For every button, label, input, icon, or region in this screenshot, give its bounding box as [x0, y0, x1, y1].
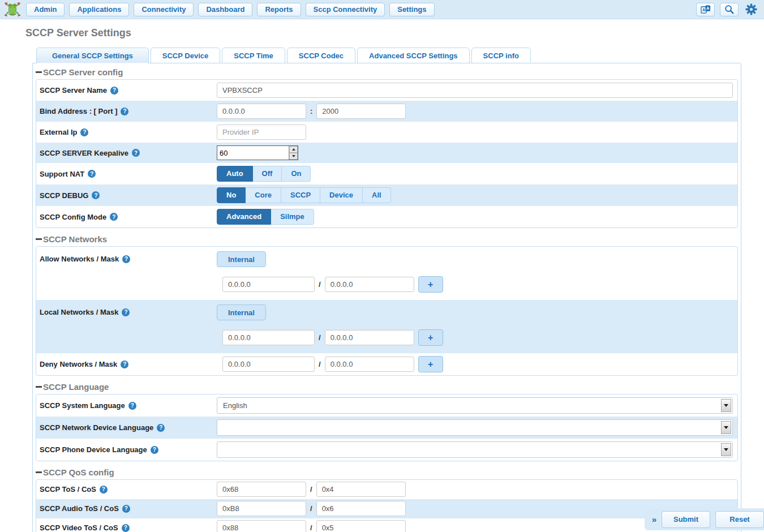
debug-device-button[interactable]: Device — [320, 187, 363, 203]
field-control: Auto Off On — [217, 166, 733, 182]
sccp-debug-button-group: No Core SCCP Device All — [217, 187, 391, 203]
nat-on-button[interactable]: On — [282, 166, 311, 182]
cos-input[interactable] — [316, 482, 406, 497]
bind-address-input[interactable] — [217, 104, 306, 119]
local-add-network-button[interactable]: + — [418, 329, 443, 346]
mode-simple-button[interactable]: Silmpe — [271, 209, 314, 225]
tab-sccp-device[interactable]: SCCP Device — [151, 48, 220, 63]
audio-tos-input[interactable] — [217, 501, 306, 516]
nav-item-sccp-connectivity[interactable]: Sccp Connectivity — [306, 3, 385, 16]
mode-advanced-button[interactable]: Advanced — [217, 209, 271, 225]
search-icon[interactable] — [720, 3, 739, 16]
section-header-networks[interactable]: SCCP Networks — [36, 231, 738, 246]
network-device-language-select[interactable] — [217, 419, 733, 436]
nav-item-applications[interactable]: Applications — [69, 3, 129, 16]
reset-button[interactable]: Reset — [715, 511, 764, 528]
deny-add-network-button[interactable]: + — [418, 356, 443, 372]
local-network-input[interactable] — [222, 330, 315, 345]
form-row-network-device-language: SCCP Network Device Language ? — [36, 417, 737, 439]
external-ip-input[interactable] — [217, 125, 306, 140]
form-row-support-nat: Support NAT ? Auto Off On — [36, 163, 737, 185]
submit-button[interactable]: Submit — [662, 511, 710, 528]
frog-logo-svg — [4, 2, 21, 16]
section-header-qos[interactable]: SCCP QoS config — [36, 465, 738, 479]
gear-icon[interactable] — [744, 2, 758, 17]
help-icon[interactable]: ? — [121, 108, 128, 115]
collapse-chevron-icon[interactable]: » — [652, 514, 656, 524]
translate-icon[interactable]: A — [696, 3, 715, 16]
fieldset-language: SCCP System Language ? English SCCP Netw… — [36, 394, 738, 461]
help-icon[interactable]: ? — [157, 424, 165, 432]
nav-item-reports[interactable]: Reports — [257, 3, 301, 16]
section-header-server-config[interactable]: SCCP Server config — [36, 65, 738, 79]
video-tos-input[interactable] — [217, 520, 306, 532]
tab-content-panel: SCCP Server config SCCP Server Name ? Bi… — [32, 63, 741, 532]
debug-no-button[interactable]: No — [217, 187, 246, 203]
keepalive-input[interactable] — [217, 146, 289, 160]
form-row-audio-tos: SCCP Audio ToS / CoS ? / — [36, 499, 737, 518]
keepalive-stepper — [217, 145, 298, 160]
search-icon-svg — [724, 5, 734, 14]
collapse-minus-icon — [36, 471, 42, 473]
help-icon[interactable]: ? — [100, 486, 108, 494]
allow-add-network-button[interactable]: + — [418, 276, 443, 293]
field-label-text: SCCP ToS / CoS — [40, 485, 96, 494]
help-icon[interactable]: ? — [88, 170, 96, 178]
deny-network-input[interactable] — [222, 357, 315, 372]
help-icon[interactable]: ? — [122, 255, 130, 263]
tab-advanced-sccp-settings[interactable]: Advanced SCCP Settings — [357, 48, 470, 63]
tos-input[interactable] — [217, 482, 306, 497]
nat-off-button[interactable]: Off — [253, 166, 282, 182]
video-cos-input[interactable] — [316, 520, 406, 532]
field-label-text: Local Networks / Mask — [40, 308, 118, 316]
field-control — [217, 419, 733, 436]
audio-cos-input[interactable] — [316, 501, 406, 516]
field-label: SCCP Phone Device Language ? — [40, 445, 217, 454]
server-name-input[interactable] — [217, 83, 733, 98]
help-icon[interactable]: ? — [92, 191, 100, 199]
help-icon[interactable]: ? — [122, 308, 130, 316]
tab-general-sccp-settings[interactable]: General SCCP Settings — [36, 48, 149, 63]
form-row-server-name: SCCP Server Name ? — [36, 80, 737, 101]
help-icon[interactable]: ? — [80, 128, 88, 136]
system-language-select[interactable]: English — [217, 397, 733, 414]
help-icon[interactable]: ? — [151, 446, 158, 454]
help-icon[interactable]: ? — [121, 361, 128, 368]
tab-sccp-time[interactable]: SCCP Time — [222, 48, 285, 63]
page-title: SCCP Server Settings — [25, 27, 764, 39]
field-control: English — [217, 397, 733, 414]
nav-item-settings[interactable]: Settings — [389, 3, 434, 16]
stepper-up-button[interactable] — [289, 146, 298, 153]
field-label-text: Support NAT — [40, 170, 84, 178]
debug-sccp-button[interactable]: SCCP — [281, 187, 320, 203]
field-label: Local Networks / Mask ? — [40, 303, 217, 316]
nat-auto-button[interactable]: Auto — [217, 166, 253, 182]
debug-all-button[interactable]: All — [363, 187, 391, 203]
field-label-text: SCCP Config Mode — [40, 213, 106, 221]
help-icon[interactable]: ? — [122, 524, 130, 532]
allow-internal-button[interactable]: Internal — [217, 251, 266, 267]
tab-sccp-info[interactable]: SCCP info — [471, 48, 531, 63]
nav-item-dashboard[interactable]: Dashboard — [198, 3, 252, 16]
stepper-down-button[interactable] — [289, 153, 298, 160]
debug-core-button[interactable]: Core — [246, 187, 281, 203]
nav-item-connectivity[interactable]: Connectivity — [134, 3, 194, 16]
help-icon[interactable]: ? — [132, 149, 140, 157]
help-icon[interactable]: ? — [128, 402, 136, 410]
field-label: SCCP DEBUG ? — [40, 191, 217, 200]
nav-utility-icons: A — [696, 2, 758, 17]
section-header-language[interactable]: SCCP Language — [36, 379, 738, 394]
help-icon[interactable]: ? — [110, 87, 118, 95]
deny-mask-input[interactable] — [325, 357, 414, 372]
tab-sccp-codec[interactable]: SCCP Codec — [287, 48, 355, 63]
nav-item-admin[interactable]: Admin — [26, 3, 65, 16]
allow-mask-input[interactable] — [325, 277, 414, 292]
help-icon[interactable]: ? — [122, 505, 130, 513]
local-internal-button[interactable]: Internal — [217, 304, 266, 320]
help-icon[interactable]: ? — [110, 213, 118, 221]
allow-network-input[interactable] — [222, 277, 315, 292]
bind-port-input[interactable] — [316, 104, 406, 119]
frog-logo-icon[interactable] — [3, 2, 22, 17]
local-mask-input[interactable] — [325, 330, 414, 345]
phone-device-language-select[interactable] — [217, 441, 733, 458]
